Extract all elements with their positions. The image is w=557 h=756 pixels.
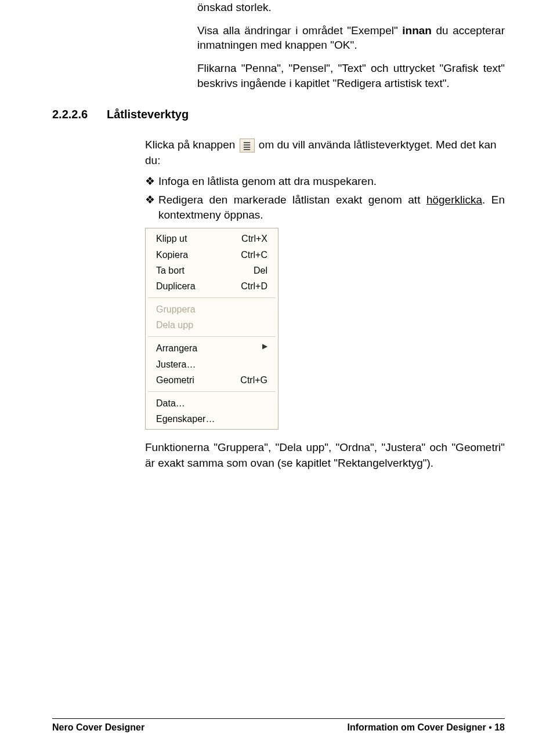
diamond-bullet-icon: ❖ — [145, 192, 155, 222]
intro-p2: Visa alla ändringar i området "Exempel" … — [197, 23, 505, 53]
intro-p2-b: innan — [402, 24, 432, 37]
menu-label: Data… — [156, 397, 267, 410]
bullet-2-text: Redigera den markerade låtlistan exakt g… — [158, 192, 505, 222]
submenu-arrow-icon: ▶ — [262, 341, 267, 355]
intro-p1: önskad storlek. — [197, 0, 505, 15]
menu-label: Geometri — [156, 373, 240, 387]
menu-shortcut: Del — [254, 264, 267, 277]
menu-group-2: Gruppera Dela upp — [146, 299, 278, 335]
page-footer: Nero Cover Designer Information om Cover… — [52, 718, 505, 733]
intro-p2-a: Visa alla ändringar i området "Exempel" — [197, 24, 402, 37]
menu-item-data[interactable]: Data… — [146, 395, 278, 411]
bullet-1: ❖ Infoga en låtlista genom att dra muspe… — [145, 174, 505, 189]
menu-label: Klipp ut — [156, 232, 241, 245]
menu-item-copy[interactable]: Kopiera Ctrl+C — [146, 247, 278, 263]
b2-a: Redigera den markerade låtlistan exakt g… — [158, 194, 426, 206]
menu-item-arrange[interactable]: Arrangera ▶ — [146, 340, 278, 356]
menu-group-4: Data… Egenskaper… — [146, 393, 278, 429]
section-title: Låtlisteverktyg — [107, 108, 189, 121]
menu-item-properties[interactable]: Egenskaper… — [146, 411, 278, 427]
footer-dot: • — [486, 722, 495, 732]
bullet-2: ❖ Redigera den markerade låtlistan exakt… — [145, 192, 505, 222]
footer-right: Information om Cover Designer • 18 — [348, 722, 505, 733]
b2-underline: högerklicka — [426, 194, 482, 206]
line-click-button: Klicka på knappen om du vill använda låt… — [145, 137, 505, 168]
menu-item-ungroup: Dela upp — [146, 317, 278, 333]
menu-label: Ta bort — [156, 264, 254, 277]
menu-separator — [148, 391, 276, 392]
menu-separator — [148, 336, 276, 337]
menu-shortcut: Ctrl+G — [240, 373, 267, 387]
menu-shortcut: Ctrl+X — [241, 232, 267, 245]
context-menu: Klipp ut Ctrl+X Kopiera Ctrl+C Ta bort D… — [145, 228, 278, 430]
menu-item-duplicate[interactable]: Duplicera Ctrl+D — [146, 278, 278, 294]
footer-page-number: 18 — [494, 722, 505, 732]
footer-right-text: Information om Cover Designer — [348, 722, 486, 732]
bullet-1-text: Infoga en låtlista genom att dra muspeka… — [158, 174, 377, 189]
menu-label: Duplicera — [156, 279, 241, 293]
menu-shortcut: Ctrl+D — [241, 279, 267, 293]
menu-item-geometry[interactable]: Geometri Ctrl+G — [146, 372, 278, 388]
menu-label: Kopiera — [156, 248, 241, 261]
section-heading: 2.2.2.6 Låtlisteverktyg — [52, 108, 505, 121]
menu-shortcut: Ctrl+C — [241, 248, 267, 261]
menu-group-3: Arrangera ▶ Justera… Geometri Ctrl+G — [146, 338, 278, 390]
diamond-bullet-icon: ❖ — [145, 174, 155, 189]
main-column: Klicka på knappen om du vill använda låt… — [145, 137, 505, 471]
menu-item-align[interactable]: Justera… — [146, 357, 278, 372]
page: önskad storlek. Visa alla ändringar i om… — [0, 0, 557, 471]
footer-left: Nero Cover Designer — [52, 722, 144, 733]
playlist-tool-icon — [240, 139, 255, 152]
intro-p3: Flikarna "Penna", "Pensel", "Text" och u… — [197, 61, 505, 90]
menu-label: Dela upp — [156, 318, 267, 332]
menu-item-delete[interactable]: Ta bort Del — [146, 263, 278, 278]
after-menu-paragraph: Funktionerna "Gruppera", "Dela upp", "Or… — [145, 440, 505, 471]
section-number: 2.2.2.6 — [52, 108, 107, 121]
menu-label: Egenskaper… — [156, 412, 267, 426]
line1-a: Klicka på knappen — [145, 139, 238, 151]
intro-paragraphs: önskad storlek. Visa alla ändringar i om… — [197, 0, 505, 90]
menu-label: Arrangera — [156, 341, 262, 355]
menu-label: Justera… — [156, 358, 267, 371]
menu-item-group: Gruppera — [146, 301, 278, 317]
menu-item-cut[interactable]: Klipp ut Ctrl+X — [146, 231, 278, 246]
menu-separator — [148, 297, 276, 298]
menu-label: Gruppera — [156, 303, 267, 316]
menu-group-1: Klipp ut Ctrl+X Kopiera Ctrl+C Ta bort D… — [146, 228, 278, 296]
